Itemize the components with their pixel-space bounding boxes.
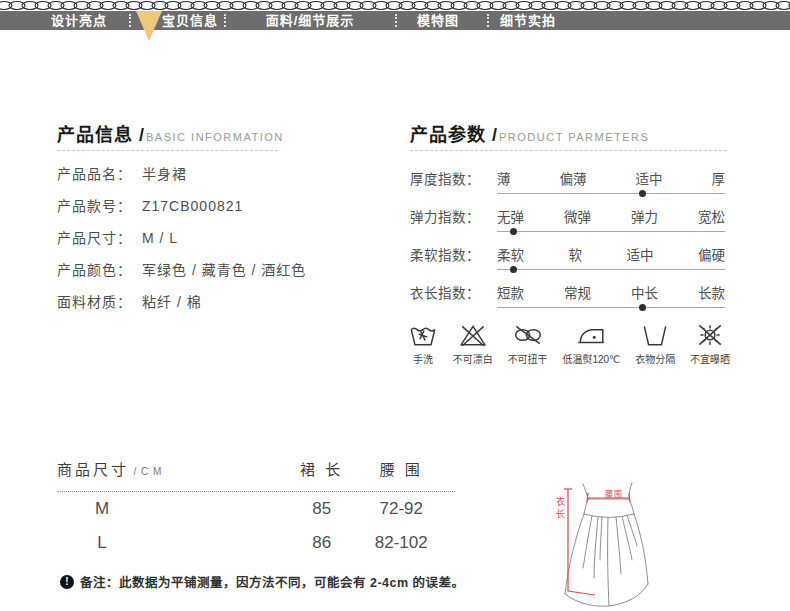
basic-info-list: 产品品名：半身裙 产品款号：Z17CB000821 产品尺寸：M / L 产品颜… — [57, 158, 397, 318]
care-instructions: 手洗 不可漂白 不可扭干 低温熨120℃ 衣物分隔 — [408, 322, 730, 366]
size-chart: 商品尺寸 / C M 裙 长 腰 围 M 85 72-92 L 86 82-10… — [57, 458, 455, 560]
no-bleach-icon — [458, 322, 488, 348]
measurement-note: ! 备注：此数据为平铺测量，因方法不同，可能会有 2-4cm 的误差。 — [60, 572, 465, 591]
section-subtitle: PRODUCT PARMETERS — [499, 131, 649, 143]
care-no-sun: 不宜曝晒 — [690, 322, 730, 366]
tab-item-info[interactable]: 宝贝信息 — [162, 11, 218, 30]
tab-model-photos[interactable]: 模特图 — [417, 11, 459, 30]
table-row: L 86 82-102 — [57, 526, 455, 560]
parameters-heading: 产品参数/PRODUCT PARMETERS — [410, 120, 649, 146]
garment-length-index-row: 衣长指数： 短款 常规 中长 长款 — [410, 274, 727, 312]
size-chart-unit: / C M — [133, 466, 162, 477]
care-iron-low: 低温熨120℃ — [562, 322, 620, 366]
care-no-wring: 不可扭干 — [508, 322, 548, 366]
thickness-scale: 薄 偏薄 适中 厚 — [497, 168, 725, 198]
no-sun-exposure-icon — [695, 322, 725, 348]
scale-marker-dot — [639, 304, 646, 311]
tab-fabric-details[interactable]: 面料/细节展示 — [266, 11, 355, 30]
column-skirt-length: 裙 长 — [296, 458, 348, 479]
tab-detail-shots[interactable]: 细节实拍 — [500, 11, 556, 30]
product-style-no-row: 产品款号：Z17CB000821 — [57, 190, 397, 222]
skirt-measurement-diagram — [535, 458, 675, 608]
section-title: 产品信息 — [57, 125, 133, 145]
table-row: M 85 72-92 — [57, 492, 455, 526]
product-material-row: 面料材质：粘纤 / 棉 — [57, 286, 397, 318]
product-nav-bar: 设计亮点 宝贝信息 面料/细节展示 模特图 细节实拍 — [0, 11, 790, 30]
size-l: L — [57, 533, 147, 553]
no-wring-icon — [513, 322, 543, 348]
section-subtitle: BASIC INFORMATION — [146, 131, 284, 143]
hand-wash-icon — [408, 322, 438, 348]
elasticity-scale: 无弹 微弹 弹力 宽松 — [497, 206, 725, 236]
size-m: M — [57, 499, 147, 519]
care-wash-separately: 衣物分隔 — [635, 322, 675, 366]
chain-border-decoration — [0, 0, 790, 11]
thickness-index-row: 厚度指数： 薄 偏薄 适中 厚 — [410, 160, 727, 198]
scale-marker-dot — [510, 266, 517, 273]
size-chart-header: 商品尺寸 / C M 裙 长 腰 围 — [57, 458, 455, 492]
exclamation-icon: ! — [60, 575, 74, 589]
garment-length-scale: 短款 常规 中长 长款 — [497, 282, 725, 312]
length-label: 衣长 — [554, 497, 567, 521]
section-title: 产品参数 — [410, 125, 486, 145]
tab-divider — [224, 14, 226, 27]
scale-marker-dot — [639, 190, 646, 197]
product-name-row: 产品品名：半身裙 — [57, 158, 397, 190]
product-colors-row: 产品颜色：军绿色 / 藏青色 / 酒红色 — [57, 254, 397, 286]
basic-info-heading: 产品信息/BASIC INFORMATION — [57, 120, 284, 146]
softness-index-row: 柔软指数： 柔软 软 适中 偏硬 — [410, 236, 727, 274]
softness-scale: 柔软 软 适中 偏硬 — [497, 244, 725, 274]
active-tab-pointer-icon — [136, 11, 162, 41]
tab-design-highlights[interactable]: 设计亮点 — [51, 11, 107, 30]
care-hand-wash: 手洗 — [408, 322, 438, 366]
tab-divider — [129, 14, 131, 27]
scale-marker-dot — [510, 228, 517, 235]
tab-divider — [487, 14, 489, 27]
parameter-index-list: 厚度指数： 薄 偏薄 适中 厚 弹力指数： 无弹 微弹 弹力 宽松 柔软指数： — [410, 160, 727, 312]
iron-low-temp-icon — [576, 322, 606, 348]
tab-divider — [395, 14, 397, 27]
divider-dashed — [410, 150, 727, 151]
care-no-bleach: 不可漂白 — [453, 322, 493, 366]
size-chart-title: 商品尺寸 — [57, 461, 129, 478]
product-sizes-row: 产品尺寸：M / L — [57, 222, 397, 254]
waist-label: 腰围 — [592, 488, 636, 499]
divider-dashed — [57, 150, 278, 151]
column-waist: 腰 围 — [348, 458, 455, 479]
wash-separately-icon — [640, 322, 670, 348]
elasticity-index-row: 弹力指数： 无弹 微弹 弹力 宽松 — [410, 198, 727, 236]
